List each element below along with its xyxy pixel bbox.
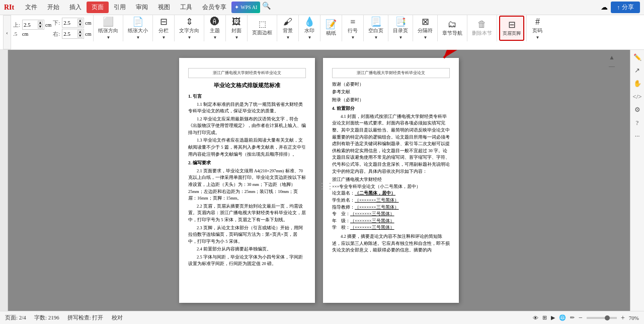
paper-size-label: 纸张大小 [128,27,148,34]
margin-inputs: 上: 2.5 ▲ ▼ cm .5 cm [13,20,51,37]
delete-section-icon: 🗑 [477,20,487,29]
margin-bottom-value: 2.5 [63,20,70,26]
background-label: 背景 [283,27,293,34]
section-2-para-3: 2.3 页脚，从论文主体部分（引言或绪论）开始，用阿拉伯数字连续编页，页码编写方… [188,225,306,245]
cover-group: 🖼 封面 ▼ [226,15,248,41]
hand-tool[interactable]: ✋ [632,78,643,89]
spell-check-status[interactable]: 拼写检查: 打开 [67,314,104,321]
chapter-nav-button[interactable]: 🗂 章节导航 [440,16,465,41]
code-tool[interactable]: </> [632,91,643,102]
delete-section-label: 删除本节 [472,30,492,37]
settings-tool[interactable]: ⚙ [632,104,643,115]
margin-right-down[interactable]: ▼ [77,34,83,38]
statusbar-right: 👁 ⊞ ▶ 🌐 ✏ − + 70% [533,314,639,322]
proofread-label[interactable]: 校对 [112,314,123,321]
left-ruler [0,50,8,311]
blank-page-icon: 📃 [370,17,381,26]
margin-right-input[interactable]: 2.5 ▲ ▼ [62,29,84,39]
zoom-plus-icon[interactable]: + [621,314,625,322]
cover-item-6-label: 专 业： [332,211,350,218]
cover-item-1: 浙江广播电视大学财经经 [332,176,450,183]
blank-page-button[interactable]: 📃 空白页 ▼ [366,16,386,41]
toc-arrow: ▼ [398,35,403,40]
page-border-button[interactable]: ⬚ 页面边框 [250,16,275,41]
cover-button[interactable]: 🖼 封面 ▼ [228,16,245,41]
page-num-group: # 页码 ▼ [527,15,548,41]
margin-left-row: .5 cm [13,31,51,37]
cover-item-4-row: 学生姓名： （×××××××三号黑体） [332,197,450,204]
eye-icon[interactable]: 👁 [533,315,538,321]
margin-inputs-right: 下: 2.5 ▲ ▼ cm 右: 2.5 ▲ ▼ [53,18,91,39]
globe-icon[interactable]: 🌐 [559,314,566,321]
margin-top-up[interactable]: ▲ [38,21,43,25]
menu-reference[interactable]: 引用 [109,2,131,13]
toc-button[interactable]: 📑 目录页 ▼ [390,16,411,41]
margin-right-up[interactable]: ▲ [77,30,83,34]
margin-right-spinner[interactable]: ▲ ▼ [77,30,83,38]
background-button[interactable]: 🖌 背景 ▼ [279,16,296,41]
line-num-icon: ≡ [350,17,355,26]
text-direction-label: 文字方向 [179,27,199,34]
paper-size-button[interactable]: 📄 纸张大小 ▼ [125,16,150,41]
play-icon[interactable]: ▶ [551,314,555,321]
margin-bottom-up[interactable]: ▲ [77,19,83,23]
columns-group: ⊟ 分栏 ▼ [153,15,175,41]
cover-item-5-suffix: （×××××××三号黑体） [355,204,399,211]
header-footer-icon: ⊟ [508,20,516,29]
page-num-icon: # [535,17,540,26]
menu-start[interactable]: 开始 [42,2,64,13]
draft-button[interactable]: 📝 稿纸 [323,16,340,41]
margin-unit-top: cm [45,22,51,28]
menu-review[interactable]: 审阅 [131,2,153,13]
page-drag-handle[interactable]: ⋮⋮ [318,180,334,192]
header-footer-button[interactable]: ⊟ 页眉页脚 [499,16,524,41]
page-direction-button[interactable]: ⬜ 纸张方向 ▼ [96,16,121,41]
menu-page[interactable]: 页面 [87,2,109,13]
grid-icon[interactable]: ⊞ [542,314,547,321]
margin-top-spinner[interactable]: ▲ ▼ [38,21,43,29]
zoom-minus-icon[interactable]: − [579,314,583,322]
margin-top-down[interactable]: ▼ [38,25,43,29]
section-break-button[interactable]: ⊠ 分隔符 ▼ [415,16,435,41]
margin-bottom-input[interactable]: 2.5 ▲ ▼ [62,18,84,28]
help-tool[interactable]: ? [632,117,643,128]
line-num-button[interactable]: ≡ 行号 ▼ [344,16,361,41]
delete-section-button[interactable]: 🗑 删除本节 [469,16,495,41]
scroll-up-icon[interactable]: ▲ [609,54,615,61]
cover-label: 封面 [231,27,242,34]
menu-insert[interactable]: 插入 [64,2,87,13]
more-tool[interactable]: ··· [632,131,643,142]
toolbar-nav-back[interactable]: ‹ [3,15,11,49]
margin-bottom-spinner[interactable]: ▲ ▼ [77,19,83,27]
watermark-button[interactable]: 💧 水印 ▼ [301,16,318,41]
theme-button[interactable]: 🅐 主题 ▼ [206,16,223,41]
menu-member[interactable]: 会员专享 [197,2,231,13]
margin-bottom-down[interactable]: ▼ [77,23,83,27]
zoom-slider[interactable] [587,317,617,319]
margin-unit-right: cm [85,31,91,37]
blank-page-label: 空白页 [368,27,383,34]
menu-tools[interactable]: 工具 [175,2,197,13]
text-direction-button[interactable]: ⇕ 文字方向 ▼ [177,16,202,41]
page-right-header-text: 浙江广播电视大学财经类专科毕业论文 [357,71,425,75]
wps-ai-label: WPS AI [240,5,257,10]
pencil-tool[interactable]: ✏️ [632,52,643,63]
margin-top-input[interactable]: 2.5 ▲ ▼ [22,20,44,30]
cover-item-8-label: 学 校： [332,224,350,231]
arrow-tool[interactable]: ↗ [632,65,643,76]
margin-bottom-row: 下: 2.5 ▲ ▼ cm [53,18,91,28]
menu-view[interactable]: 视图 [153,2,175,13]
page-direction-arrow: ▼ [106,35,110,40]
menu-file[interactable]: 文件 [20,2,42,13]
text-direction-arrow: ▼ [187,35,191,40]
margin-left-unit: cm [22,31,28,37]
search-icon[interactable]: 🔍 [262,2,271,13]
blank-page-group: 📃 空白页 ▼ [364,15,388,41]
page-left-header-text: 浙江广播电视大学财经类专科毕业论文 [213,71,281,75]
page-num-button[interactable]: # 页码 ▼ [529,16,546,41]
share-button[interactable]: ↑ 分享 [611,2,640,13]
scroll-handle[interactable]: — [609,62,615,70]
wps-ai-button[interactable]: ✦ WPS AI [231,2,260,13]
edit-icon[interactable]: ✏ [570,314,575,321]
columns-button[interactable]: ⊟ 分栏 ▼ [155,16,172,41]
